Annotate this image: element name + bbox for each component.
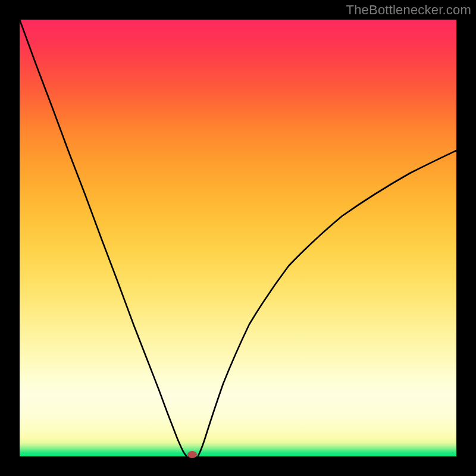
bottleneck-curve xyxy=(20,20,456,456)
curve-left-branch xyxy=(20,20,186,456)
chart-frame: TheBottlenecker.com xyxy=(0,0,476,476)
curve-right-branch xyxy=(198,151,456,456)
watermark-text: TheBottlenecker.com xyxy=(346,2,471,18)
bottleneck-marker xyxy=(187,451,197,458)
chart-plot-area xyxy=(20,20,456,456)
